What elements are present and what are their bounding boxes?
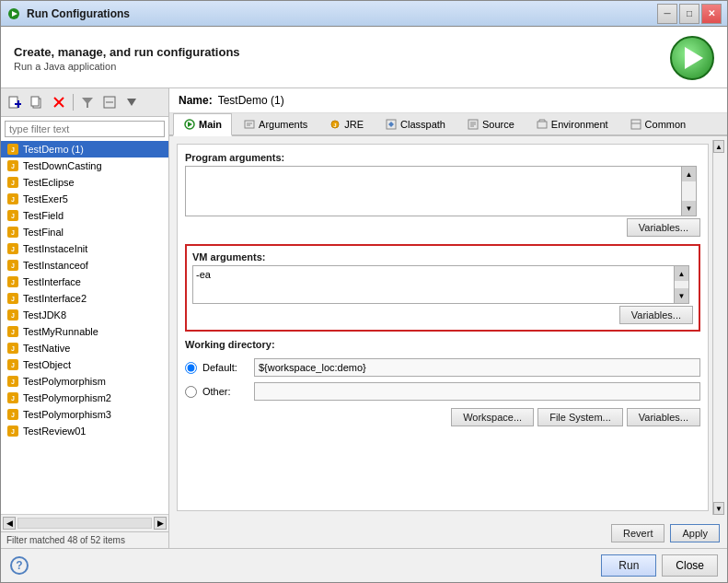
svg-marker-12	[127, 99, 136, 106]
run-button[interactable]: Run	[601, 554, 656, 577]
tree-item-testinterface[interactable]: J TestInterface	[1, 274, 168, 290]
tree-item-testinterface2[interactable]: J TestInterface2	[1, 290, 168, 307]
left-panel-scrollbar: ◀ ▶	[1, 514, 168, 531]
source-tab-icon	[467, 118, 480, 131]
program-args-section: Program arguments: ▲ ▼ Variables...	[185, 152, 700, 237]
dropdown-button[interactable]	[121, 92, 142, 112]
tree-item-label: TestDemo (1)	[23, 144, 84, 155]
tree-item-testdowncasting[interactable]: J TestDownCasting	[1, 157, 168, 174]
classpath-tab-icon	[385, 118, 398, 131]
tree-item-label: TestInstaceInit	[23, 243, 87, 254]
window-icon	[6, 6, 21, 21]
tree-item-label: TestDownCasting	[23, 160, 102, 171]
bottom-buttons: Revert Apply	[169, 519, 727, 548]
tab-classpath-label: Classpath	[400, 119, 445, 130]
tab-common[interactable]: Common	[619, 113, 697, 134]
java-icon: J	[6, 143, 19, 156]
help-button[interactable]: ?	[10, 556, 29, 575]
tree-item-testinstaceinit[interactable]: J TestInstaceInit	[1, 240, 168, 257]
program-args-variables-button[interactable]: Variables...	[627, 218, 700, 237]
tree-item-testmyrunnable[interactable]: J TestMyRunnable	[1, 323, 168, 340]
svg-text:J: J	[334, 122, 337, 128]
run-icon	[670, 36, 714, 80]
new-config-button[interactable]	[5, 92, 25, 112]
tab-source[interactable]: Source	[456, 113, 525, 134]
tree-item-testpolymorphism2[interactable]: J TestPolymorphism2	[1, 390, 168, 406]
collapse-button[interactable]	[99, 92, 120, 112]
scroll-down-arrow[interactable]: ▼	[682, 201, 696, 216]
delete-config-button[interactable]	[49, 92, 69, 112]
maximize-button[interactable]: □	[679, 4, 699, 24]
right-scroll-down[interactable]: ▼	[713, 502, 724, 515]
working-dir-section: Working directory: Default: Other:	[185, 339, 700, 426]
filter-input[interactable]	[5, 121, 165, 137]
tree-item-testpolymorphism[interactable]: J TestPolymorphism	[1, 373, 168, 390]
right-scrollbar: ▲ ▼	[712, 140, 723, 515]
tab-main[interactable]: Main	[173, 113, 232, 136]
program-args-textarea[interactable]	[185, 166, 682, 216]
right-scroll-track	[713, 153, 723, 502]
java-icon: J	[6, 259, 19, 272]
title-bar: Run Configurations ─ □ ✕	[1, 1, 727, 27]
java-icon: J	[6, 242, 19, 255]
horizontal-scrollbar[interactable]	[17, 518, 152, 529]
tab-common-label: Common	[645, 119, 687, 130]
java-icon: J	[6, 192, 19, 205]
tree-item-testnative[interactable]: J TestNative	[1, 340, 168, 356]
file-system-button[interactable]: File System...	[537, 408, 623, 426]
tab-classpath[interactable]: Classpath	[375, 113, 456, 134]
header-area: Create, manage, and run configurations R…	[1, 27, 727, 88]
scroll-left-button[interactable]: ◀	[3, 517, 16, 530]
java-icon: J	[6, 375, 19, 388]
scroll-up-arrow[interactable]: ▲	[682, 167, 696, 181]
svg-rect-26	[631, 120, 641, 129]
revert-button[interactable]: Revert	[611, 524, 664, 542]
tree-item-testobject[interactable]: J TestObject	[1, 356, 168, 373]
minimize-button[interactable]: ─	[657, 4, 677, 24]
vm-args-label: VM arguments:	[192, 251, 693, 262]
tree-item-label: TestMyRunnable	[23, 326, 98, 337]
default-radio[interactable]	[185, 362, 197, 374]
tree-item-testeclipse[interactable]: J TestEclipse	[1, 174, 168, 191]
vm-args-scrollbar: ▲ ▼	[675, 265, 689, 304]
tab-main-label: Main	[199, 119, 222, 130]
tab-jre[interactable]: J JRE	[318, 113, 374, 134]
svg-rect-2	[9, 97, 17, 108]
default-dir-input[interactable]	[254, 358, 700, 377]
header-subtitle: Run a Java application	[14, 61, 240, 72]
close-button[interactable]: ✕	[701, 4, 722, 24]
tree-item-label: TestNative	[23, 343, 70, 354]
tree-item-label: TestPolymorphism	[23, 376, 106, 387]
tree-item-testfield[interactable]: J TestField	[1, 207, 168, 224]
tab-source-label: Source	[482, 119, 514, 130]
dir-variables-button[interactable]: Variables...	[627, 408, 700, 426]
tree-item-testpolymorphism3[interactable]: J TestPolymorphism3	[1, 406, 168, 423]
tree-item-testreview01[interactable]: J TestReview01	[1, 423, 168, 439]
other-radio[interactable]	[185, 386, 197, 398]
tab-arguments[interactable]: Arguments	[233, 113, 318, 134]
tree-item-label: TestPolymorphism3	[23, 409, 111, 420]
vm-scroll-down-arrow[interactable]: ▼	[675, 288, 688, 303]
apply-button[interactable]: Apply	[670, 524, 720, 542]
vm-scroll-up-arrow[interactable]: ▲	[675, 266, 688, 281]
vm-args-variables-button[interactable]: Variables...	[619, 306, 693, 324]
tree-item-testinstanceof[interactable]: J TestInstanceof	[1, 257, 168, 274]
scroll-right-button[interactable]: ▶	[154, 517, 167, 530]
workspace-button[interactable]: Workspace...	[451, 408, 534, 426]
tree-item-testexer5[interactable]: J TestExer5	[1, 191, 168, 207]
vm-args-container: -ea ▲ ▼	[192, 265, 693, 304]
tree-item-testjdk8[interactable]: J TestJDK8	[1, 307, 168, 323]
other-dir-input[interactable]	[254, 382, 700, 401]
name-value: TestDemo (1)	[218, 94, 284, 107]
filter-button[interactable]	[77, 92, 98, 112]
tab-environment[interactable]: Environment	[526, 113, 618, 134]
tree-item-label: TestReview01	[23, 426, 86, 437]
vm-args-textarea[interactable]: -ea	[192, 265, 675, 304]
program-args-variables-row: Variables...	[185, 218, 700, 237]
close-window-button[interactable]: Close	[662, 554, 718, 577]
duplicate-config-button[interactable]	[27, 92, 47, 112]
tree-item-testdemo[interactable]: J TestDemo (1)	[1, 141, 168, 157]
right-scroll-up[interactable]: ▲	[713, 140, 724, 153]
main-content: J TestDemo (1) J TestDownCasting J TestE…	[1, 88, 727, 548]
tree-item-testfinal[interactable]: J TestFinal	[1, 224, 168, 240]
